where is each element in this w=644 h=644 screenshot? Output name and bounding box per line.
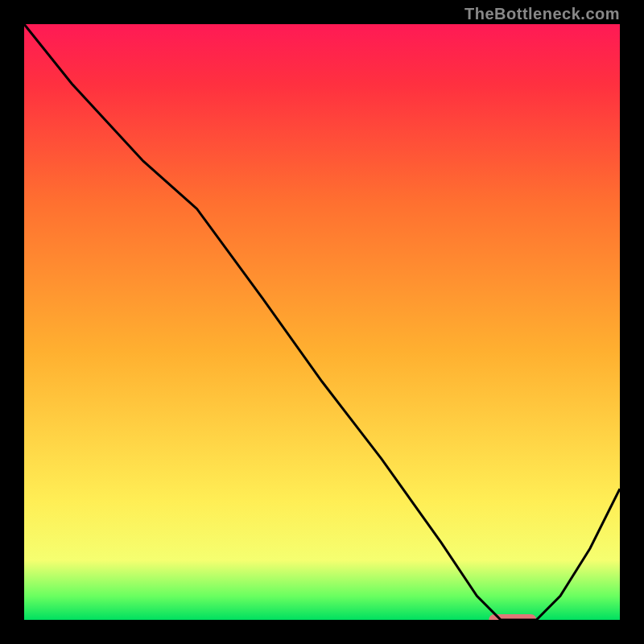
plot-area: [24, 24, 620, 620]
bottleneck-curve: [24, 24, 620, 620]
watermark-text: TheBottleneck.com: [464, 5, 620, 23]
chart-svg: [24, 24, 620, 620]
chart-container: TheBottleneck.com: [0, 0, 644, 644]
